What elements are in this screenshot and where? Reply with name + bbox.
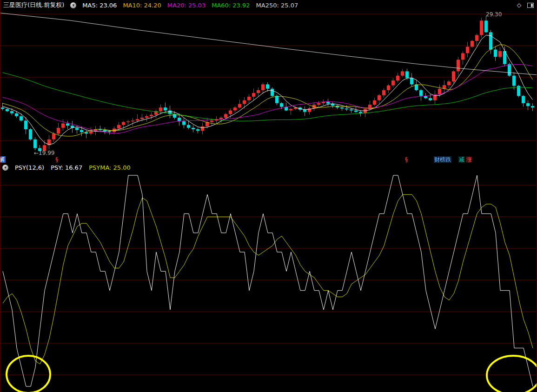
ma60-value-label: MA60: 23.92 bbox=[212, 2, 250, 9]
ma20-value-label: MA20: 25.03 bbox=[167, 2, 206, 9]
window-layout-icon-inner bbox=[531, 4, 533, 7]
psy-indicator-name: PSY(12,6) bbox=[15, 164, 44, 171]
main-candlestick-chart[interactable] bbox=[0, 10, 537, 156]
decrease-tag[interactable]: 减 bbox=[458, 156, 465, 163]
collapse-main-chart-icon[interactable]: ▾ bbox=[70, 2, 76, 8]
stock-title: 三星医疗(日线.前复权) bbox=[3, 1, 64, 9]
high-price-annotation: 29.30 bbox=[486, 11, 502, 18]
ma10-value-label: MA10: 24.20 bbox=[123, 2, 161, 9]
ma5-value-label: MA5: 23.06 bbox=[82, 2, 117, 9]
psy-current-value: PSY: 16.67 bbox=[51, 164, 82, 171]
section-marker-1[interactable]: § bbox=[55, 156, 58, 163]
psy-indicator-header: ▾ PSY(12,6) PSY: 16.67 PSYMA: 25.00 bbox=[0, 163, 131, 172]
section-marker-2[interactable]: § bbox=[405, 156, 408, 163]
diamond-icon[interactable]: ◇ bbox=[517, 2, 521, 8]
chart-header-bar: 三星医疗(日线.前复权) ▾ MA5: 23.06 MA10: 24.20 MA… bbox=[0, 0, 537, 10]
status-strip: 解 § § 财榜跌 减 涨 bbox=[0, 156, 537, 163]
left-partial-tag[interactable]: 解 bbox=[0, 156, 6, 163]
increase-tag[interactable]: 涨 bbox=[466, 156, 472, 163]
low-price-annotation: ←19.99 bbox=[34, 150, 54, 156]
trading-app-window: 三星医疗(日线.前复权) ▾ MA5: 23.06 MA10: 24.20 MA… bbox=[0, 0, 537, 392]
chevron-down-icon: ▾ bbox=[4, 166, 7, 170]
finance-rank-tag[interactable]: 财榜跌 bbox=[434, 156, 451, 163]
window-layout-icon[interactable] bbox=[527, 3, 534, 8]
chevron-down-icon: ▾ bbox=[73, 3, 75, 7]
collapse-psy-panel-icon[interactable]: ▾ bbox=[2, 165, 8, 171]
psy-indicator-chart[interactable] bbox=[0, 173, 537, 392]
ma250-value-label: MA250: 25.07 bbox=[256, 2, 298, 9]
psyma-current-value: PSYMA: 25.00 bbox=[89, 164, 131, 171]
